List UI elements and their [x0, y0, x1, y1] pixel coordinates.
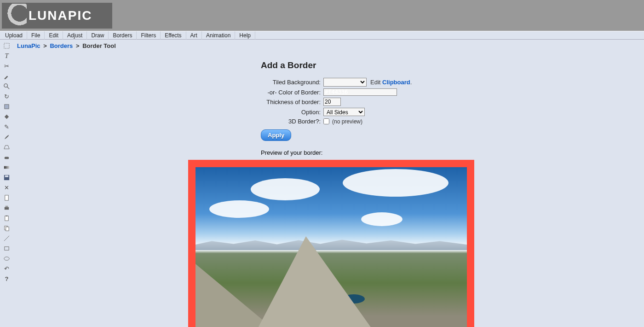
- svg-point-1: [4, 84, 8, 88]
- rectangle-icon[interactable]: [3, 245, 11, 252]
- menubar: Upload File Edit Adjust Draw Borders Fil…: [0, 31, 644, 40]
- left-toolbar: T ✂ ↻ ✎ ✕ ↶ ?: [0, 40, 13, 327]
- ellipse-icon[interactable]: [3, 255, 11, 262]
- menu-draw[interactable]: Draw: [87, 31, 109, 40]
- svg-point-17: [4, 257, 9, 261]
- paintbucket-icon[interactable]: [3, 113, 11, 120]
- tiled-bg-label: Tiled Background:: [261, 79, 321, 86]
- line-icon[interactable]: [3, 235, 11, 242]
- svg-rect-5: [4, 166, 9, 169]
- clipboard-text: Clipboard: [382, 79, 410, 86]
- svg-rect-12: [6, 216, 8, 216]
- breadcrumb-current: Border Tool: [82, 42, 116, 49]
- text-icon[interactable]: T: [3, 53, 11, 59]
- eraser-icon[interactable]: [3, 154, 11, 161]
- eyedropper-icon[interactable]: [3, 73, 11, 80]
- option-label: Option:: [261, 109, 321, 116]
- menu-filters[interactable]: Filters: [137, 31, 161, 40]
- breadcrumb: LunaPic > Borders > Border Tool: [17, 41, 640, 53]
- breadcrumb-sep: >: [76, 42, 80, 49]
- preview-image: [196, 167, 467, 327]
- main-content: LunaPic > Borders > Border Tool Add a Bo…: [13, 40, 644, 327]
- preview-border: [188, 160, 474, 327]
- rotate-icon[interactable]: ↻: [3, 93, 11, 100]
- undo-icon[interactable]: ↶: [3, 265, 11, 272]
- page-icon[interactable]: [3, 194, 11, 201]
- svg-rect-7: [5, 175, 9, 177]
- close-icon[interactable]: ✕: [3, 184, 11, 191]
- border-color-input[interactable]: [323, 88, 397, 96]
- help-icon[interactable]: ?: [3, 275, 11, 282]
- border-form: Tiled Background: Edit Clipboard. -or- C…: [261, 78, 640, 141]
- svg-rect-4: [5, 157, 9, 159]
- logo[interactable]: LUNAPIC: [2, 3, 112, 29]
- option-select[interactable]: All Sides: [323, 108, 365, 116]
- no-preview-text: (no preview): [332, 118, 362, 125]
- brush-icon[interactable]: [3, 134, 11, 140]
- svg-rect-0: [4, 43, 9, 48]
- print-icon[interactable]: [3, 204, 11, 211]
- svg-rect-9: [5, 207, 9, 210]
- thickness-label: Thickness of border:: [261, 99, 321, 105]
- menu-edit[interactable]: Edit: [45, 31, 63, 40]
- header: LUNAPIC: [0, 0, 644, 31]
- color-label: -or- Color of Border:: [261, 89, 321, 96]
- svg-rect-10: [6, 206, 8, 207]
- menu-adjust[interactable]: Adjust: [63, 31, 87, 40]
- menu-effects[interactable]: Effects: [161, 31, 186, 40]
- edit-clipboard-link[interactable]: Edit Clipboard.: [370, 79, 412, 86]
- breadcrumb-section[interactable]: Borders: [50, 42, 73, 49]
- preview-label: Preview of your border:: [261, 149, 640, 156]
- menu-help[interactable]: Help: [235, 31, 255, 40]
- menu-borders[interactable]: Borders: [109, 31, 137, 40]
- logo-text: LUNAPIC: [29, 8, 92, 23]
- threeD-label: 3D Border?:: [261, 118, 321, 125]
- menu-art[interactable]: Art: [186, 31, 202, 40]
- apply-button[interactable]: Apply: [261, 129, 291, 141]
- tiled-bg-select[interactable]: [323, 78, 367, 87]
- page-title: Add a Border: [261, 60, 640, 70]
- copy-icon[interactable]: [3, 225, 11, 232]
- edit-text: Edit: [370, 79, 380, 86]
- perspective-icon[interactable]: [3, 144, 11, 151]
- gradient-icon[interactable]: [3, 164, 11, 171]
- breadcrumb-root[interactable]: LunaPic: [17, 42, 40, 49]
- zoom-icon[interactable]: [3, 83, 11, 90]
- svg-line-2: [7, 87, 9, 89]
- svg-rect-11: [5, 216, 9, 221]
- clipboard-icon[interactable]: [3, 215, 11, 222]
- svg-line-15: [4, 236, 9, 241]
- svg-rect-14: [6, 227, 9, 231]
- crop-icon[interactable]: [3, 103, 11, 110]
- cut-icon[interactable]: ✂: [3, 63, 11, 70]
- threeD-checkbox[interactable]: [323, 118, 329, 124]
- save-icon[interactable]: [3, 174, 11, 181]
- menu-animation[interactable]: Animation: [202, 31, 235, 40]
- selection-icon[interactable]: [3, 42, 11, 49]
- svg-rect-16: [5, 247, 9, 251]
- svg-rect-3: [5, 105, 9, 109]
- svg-rect-8: [5, 195, 9, 200]
- logo-icon: [3, 4, 27, 28]
- pencil-icon[interactable]: ✎: [3, 123, 11, 130]
- menu-file[interactable]: File: [27, 31, 45, 40]
- breadcrumb-sep: >: [43, 42, 47, 49]
- menu-upload[interactable]: Upload: [1, 31, 27, 40]
- thickness-input[interactable]: [323, 98, 341, 106]
